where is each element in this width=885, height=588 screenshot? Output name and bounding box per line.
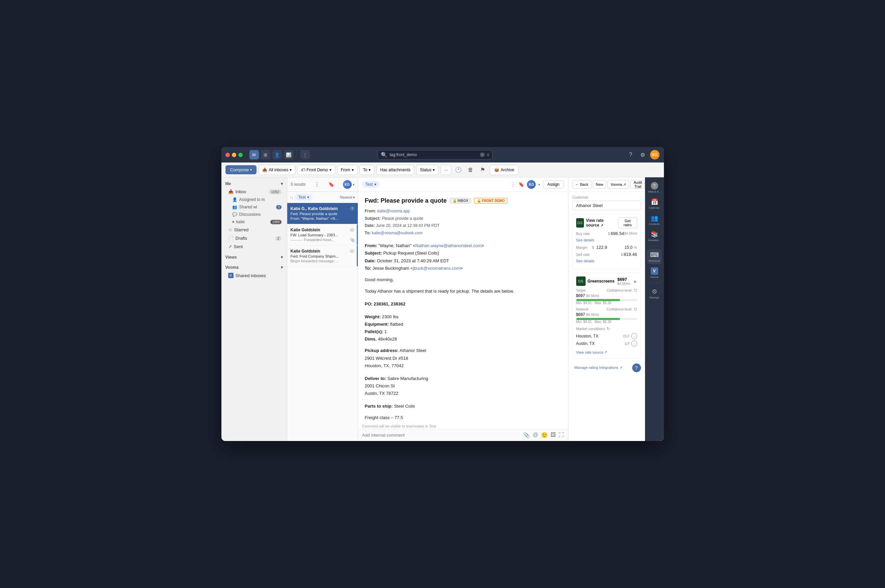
compose-button[interactable]: Compose ▾ [226,165,257,174]
see-details-2[interactable]: See details [576,259,637,263]
icon-bar-calendar[interactable]: 📅 Calendar [647,196,662,211]
list-options-icon[interactable]: ⋮ [314,182,320,188]
grid-icon[interactable]: ⊞ [261,150,270,159]
austin-arrow-icon[interactable]: → [631,340,637,346]
filter-tag-chip[interactable]: Test ▾ [295,194,313,201]
front-demo-dropdown[interactable]: 🏷 Front Demo ▾ [297,165,335,175]
email-body: From: "Wayne, Nathan" <Nathan.wayne@atha… [365,242,561,422]
icon-bar-vooma[interactable]: V Vooma [647,266,662,280]
right-panel-header: ← Back New Vooma ↗ Audit Trail ⋮ ✕ [568,177,645,192]
attachment-icon[interactable]: 📎 [523,432,530,438]
contacts-icon[interactable]: 👤 [272,150,282,159]
refresh-icon[interactable]: ↻ [607,326,610,331]
mail-icon[interactable]: ✉ [250,150,259,159]
to-chevron-icon: ▾ [369,168,370,172]
panel-bookmark-icon[interactable]: 🔖 [518,182,524,187]
get-rates-button[interactable]: Get rates [618,218,637,228]
search-clear-button[interactable]: ✕ [480,152,485,157]
sidebar-vooma-header[interactable]: Vooma ▾ [221,264,287,271]
greenscreens-section: GS Greenscreens $697 $4.56/mi ▲ [572,273,641,359]
image-icon[interactable]: 🖼 [551,432,556,438]
flag-icon[interactable]: ⚑ [478,165,488,175]
sidebar-item-katie[interactable]: katie 1089 [223,219,286,225]
accent-line [357,224,358,245]
manage-rating-link[interactable]: Manage rating integrations ↗ [572,363,625,372]
email-tag-chip[interactable]: Test ▾ [362,181,380,188]
list-filter-bar: ↑↓ Test ▾ Newest ▾ [287,192,358,203]
close-button[interactable] [226,153,230,157]
trash-icon[interactable]: 🗑 [465,165,476,175]
sidebar-item-shared-inboxes[interactable]: V Shared inboxes [223,272,286,279]
email-content: Fwd: Please provide a quote 🔒 INBOX 🔒 FR… [358,192,568,423]
user-avatar[interactable]: KG [650,150,659,159]
discussion-icon: 💬 [232,212,237,217]
traffic-lights [226,153,243,157]
archive-button[interactable]: 📦 Archive [490,165,518,175]
sidebar-me-header[interactable]: Me ▾ [221,180,287,188]
vooma-logo-icon: V [228,273,233,278]
message-item-2[interactable]: Katie Goldstein 5D Fwd: Fred Company Shi… [287,246,358,267]
from-dropdown[interactable]: From ▾ [337,165,357,175]
message-item-0[interactable]: Katie G., Katie Goldstein 4M Fwd: Please… [287,203,358,224]
help-circle-icon[interactable]: ? [632,363,641,372]
sidebar-item-drafts[interactable]: 📄 Drafts 2 [223,234,286,242]
sidebar-item-shared[interactable]: 👥 Shared wi 3 [223,204,286,210]
message-item-1[interactable]: Katie Goldstein 5D FW: Load Summary - 23… [287,224,358,246]
all-inboxes-dropdown[interactable]: 📥 All inboxes ▾ [259,165,295,175]
gs-collapse-icon[interactable]: ▲ [633,279,637,284]
sidebar-views-header[interactable]: Views ▾ [221,254,287,261]
mention-icon[interactable]: @ [533,432,538,438]
sidebar-item-discussions[interactable]: 💬 Discussions [223,211,286,218]
inbox-badge: 🔒 INBOX [450,198,471,204]
sidebar-item-assigned[interactable]: 👤 Assigned to m [223,196,286,203]
views-chevron-icon: ▾ [281,255,283,260]
list-bookmark-icon[interactable]: 🔖 [328,182,334,187]
status-dropdown[interactable]: Status ▾ [416,165,438,175]
back-button[interactable]: ← Back [572,180,592,189]
help-icon: ? [651,182,658,189]
icon-bar-contacts[interactable]: 👥 Contacts [647,212,662,227]
titlebar-app-icons: ✉ ⊞ 👤 📊 ⋮ [250,150,310,159]
icon-bar-knowledge[interactable]: 📚 Knowled... [647,229,662,243]
search-icon: 🔍 [381,152,387,158]
sidebar-item-inbox[interactable]: 📥 Inbox 1092 [223,188,286,195]
view-rate-source-link[interactable]: View rate source ↗ [576,350,608,354]
icon-bar-sep-2 [649,283,659,283]
see-details-1[interactable]: See details [576,238,637,242]
sort-icon[interactable]: ↑↓ [290,195,293,199]
minimize-button[interactable] [232,153,236,157]
comment-note: Comment will be visible to teammates in … [358,423,568,429]
more-icon[interactable]: ⋮ [300,150,310,159]
sort-newest-button[interactable]: Newest ▾ [340,195,355,200]
audit-trail-button[interactable]: Audit Trail [631,180,645,189]
help-icon[interactable]: ? [626,150,635,159]
compose-chevron-icon: ▾ [250,168,252,172]
has-attachments-dropdown[interactable]: Has attachments [376,165,414,175]
maximize-button[interactable] [238,153,243,157]
clock-icon[interactable]: 🕐 [453,165,464,175]
houston-market-row: Houston, TX OLF → [576,333,637,339]
comment-icons: 📎 @ 🙂 🖼 ⛶ [523,432,564,438]
icon-bar-help[interactable]: ? Help & ti... [647,180,662,195]
assign-button[interactable]: Assign [543,180,564,189]
settings-icon[interactable]: ⚙ [638,150,647,159]
avatar-chevron-icon[interactable]: ▾ [353,183,354,186]
to-dropdown[interactable]: To ▾ [360,165,375,175]
vooma-external-button[interactable]: Vooma ↗ [608,180,629,189]
emoji-icon[interactable]: 🙂 [541,432,548,438]
expand-icon[interactable]: ⛶ [558,432,564,438]
icon-bar-manage[interactable]: ⚙ Manage [647,286,662,301]
vooma-chevron-icon: ▾ [281,265,283,270]
search-input[interactable] [390,152,478,157]
comment-input[interactable] [362,433,521,438]
new-button[interactable]: New [593,180,606,189]
sidebar-item-sent[interactable]: ↗ Sent [223,243,286,250]
chart-icon[interactable]: 📊 [284,150,293,159]
search-filter-icon[interactable]: ≡ [487,152,489,158]
icon-bar-shortcuts[interactable]: ⌨ Shortcuts [647,249,662,264]
more-filters-dropdown[interactable]: ··· [441,165,451,175]
panel-options-icon[interactable]: ⋮ [510,182,516,188]
sidebar-item-starred[interactable]: ☆ Starred [223,226,286,234]
houston-arrow-icon[interactable]: → [631,333,637,339]
panel-avatar-chevron-icon[interactable]: ▾ [538,183,540,186]
